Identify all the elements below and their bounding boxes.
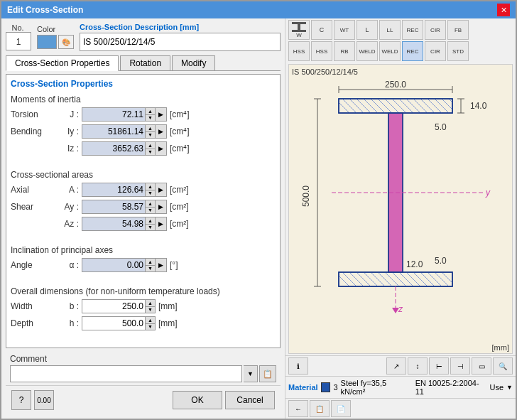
width-input[interactable] [82, 299, 146, 313]
zoom-button[interactable]: 🔍 [493, 357, 513, 375]
comment-input-wrap: ▼ 📋 [10, 365, 276, 382]
material-dropdown-icon[interactable]: ▼ [506, 384, 513, 391]
axial-arrow[interactable]: ▶ [156, 183, 167, 197]
info-button[interactable]: ℹ [288, 357, 308, 375]
torsion-arrow[interactable]: ▶ [156, 107, 167, 122]
depth-spin-down[interactable]: ▼ [146, 324, 155, 330]
iz-arrow[interactable]: ▶ [156, 141, 167, 156]
comment-icon-btn[interactable]: 📋 [259, 365, 276, 382]
az-spin-down[interactable]: ▼ [146, 225, 155, 231]
iy-input[interactable] [82, 124, 146, 139]
svg-line-38 [342, 272, 364, 294]
bending-iz-row: Iz : ▲ ▼ ▶ [cm⁴] [11, 141, 276, 156]
desc-input[interactable] [80, 33, 281, 51]
material-desc: Steel fy=35,5 kN/cm² [341, 379, 413, 396]
mat-btn1[interactable]: ← [288, 400, 308, 417]
tb-rec2[interactable]: REC [402, 41, 423, 61]
tb-l[interactable]: L [357, 20, 378, 40]
view-btn2[interactable]: ↕ [408, 357, 428, 375]
angle-input[interactable] [82, 258, 146, 272]
svg-line-17 [349, 99, 371, 120]
tb-weld2[interactable]: WELD [379, 41, 401, 61]
angle-spin-up[interactable]: ▲ [146, 259, 155, 266]
iz-input[interactable] [82, 141, 146, 156]
tb-rec[interactable]: REC [402, 20, 423, 40]
angle-row: Angle α : ▲ ▼ ▶ [°] [11, 258, 276, 272]
view-btn1[interactable]: ↗ [386, 357, 406, 375]
svg-text:500.0: 500.0 [301, 185, 311, 207]
svg-line-16 [342, 99, 364, 120]
mat-btn3[interactable]: 📄 [331, 400, 351, 417]
tb-cir2[interactable]: CIR [425, 41, 446, 61]
axial-spin-down[interactable]: ▼ [146, 190, 155, 197]
width-spin-down[interactable]: ▼ [146, 307, 155, 313]
svg-line-41 [364, 272, 385, 294]
torsion-input[interactable] [82, 107, 146, 122]
angle-spin-down[interactable]: ▼ [146, 266, 155, 272]
tb-std[interactable]: STD [447, 41, 469, 61]
close-button[interactable]: ✕ [497, 4, 510, 16]
tab-modify[interactable]: Modify [172, 55, 215, 70]
az-spin-up[interactable]: ▲ [146, 217, 155, 225]
view-btn4[interactable]: ⊣ [450, 357, 470, 375]
tb-ll[interactable]: LL [379, 20, 401, 40]
comment-input[interactable] [10, 365, 242, 382]
tab-properties[interactable]: Cross-Section Properties [6, 55, 119, 71]
ay-spin: ▲ ▼ [146, 200, 156, 214]
desc-label: Cross-Section Description [mm] [80, 23, 281, 31]
edit-cross-section-dialog: Edit Cross-Section ✕ No. 1 Color 🎨 [0, 0, 517, 420]
az-arrow[interactable]: ▶ [156, 217, 167, 231]
iz-spin-up[interactable]: ▲ [146, 142, 155, 149]
comment-dropdown[interactable]: ▼ [244, 365, 258, 382]
mat-btn2[interactable]: 📋 [310, 400, 330, 417]
torsion-name: Torsion [11, 109, 60, 119]
tb-cir[interactable]: CIR [425, 20, 446, 40]
ay-input[interactable] [82, 200, 146, 214]
ay-arrow[interactable]: ▶ [156, 200, 167, 214]
cancel-button[interactable]: Cancel [225, 391, 275, 409]
width-spin-up[interactable]: ▲ [146, 300, 155, 307]
view-btn5[interactable]: ▭ [472, 357, 491, 375]
tb-hss1[interactable]: HSS [288, 41, 310, 61]
torsion-spin-down[interactable]: ▼ [146, 115, 155, 122]
tb-c[interactable]: C [311, 20, 332, 40]
tab-rotation[interactable]: Rotation [120, 55, 170, 70]
help-button[interactable]: ? [11, 390, 31, 410]
material-number: 3 [333, 383, 337, 392]
depth-symbol: h : [60, 318, 82, 328]
reset-button[interactable]: 0.00 [34, 390, 54, 410]
axial-spin-up[interactable]: ▲ [146, 183, 155, 190]
axial-input[interactable] [82, 183, 146, 197]
depth-spin: ▲ ▼ [146, 316, 156, 330]
areas-section: Cross-sectional areas Axial A : ▲ ▼ ▶ [11, 170, 276, 231]
view-btn3[interactable]: ⊢ [429, 357, 449, 375]
torsion-spin-up[interactable]: ▲ [146, 108, 155, 115]
svg-text:y: y [485, 188, 491, 198]
axial-symbol: A : [60, 185, 82, 195]
iy-arrow[interactable]: ▶ [156, 124, 167, 139]
ay-spin-down[interactable]: ▼ [146, 208, 155, 214]
ok-button[interactable]: OK [173, 391, 222, 409]
bottom-bar: ? 0.00 OK Cancel [6, 385, 281, 414]
angle-arrow[interactable]: ▶ [156, 258, 167, 272]
color-swatch[interactable] [37, 35, 57, 49]
iy-unit: [cm⁴] [170, 126, 190, 136]
depth-spin-up[interactable]: ▲ [146, 317, 155, 324]
depth-input[interactable] [82, 316, 146, 330]
toolbar-row2: HSS HSS RB WELD WELD REC CIR STD [285, 41, 516, 63]
color-picker-button[interactable]: 🎨 [58, 35, 74, 49]
tb-fb[interactable]: FB [447, 20, 469, 40]
tb-w[interactable]: W [288, 20, 310, 40]
tb-hss2[interactable]: HSS [311, 41, 332, 61]
tb-weld1[interactable]: WELD [357, 41, 378, 61]
tb-wt[interactable]: WT [334, 20, 355, 40]
iy-spin-down[interactable]: ▼ [146, 132, 155, 139]
svg-rect-36 [339, 272, 452, 286]
angle-spin: ▲ ▼ [146, 258, 156, 272]
tb-rb[interactable]: RB [334, 41, 355, 61]
iz-spin-down[interactable]: ▼ [146, 149, 155, 156]
az-input[interactable] [82, 217, 146, 231]
iy-spin-up[interactable]: ▲ [146, 125, 155, 132]
torsion-spin: ▲ ▼ [146, 107, 156, 122]
ay-spin-up[interactable]: ▲ [146, 200, 155, 208]
